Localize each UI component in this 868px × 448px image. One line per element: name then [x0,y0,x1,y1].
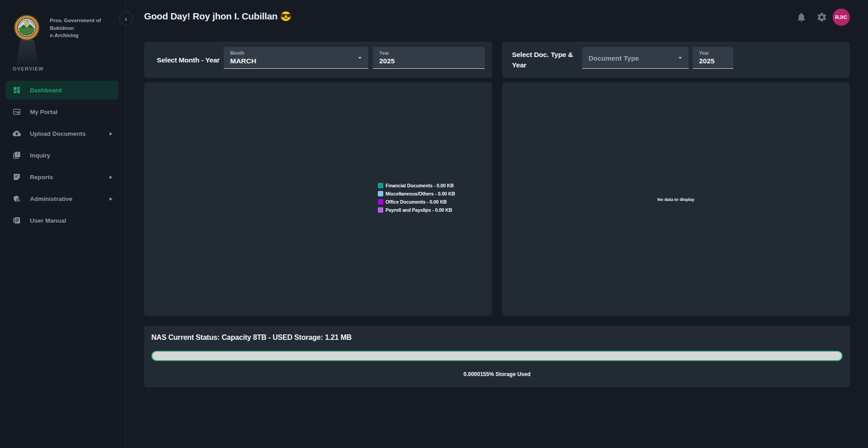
year-input[interactable]: Year 2025 [373,47,485,69]
book-icon [13,216,21,224]
month-year-filter-panel: Select Month - Year Month MARCH ▼ Year 2… [144,42,492,78]
light-beam-decoration [16,40,38,65]
no-data-message: No data to display [657,197,694,202]
nas-status-title: NAS Current Status: Capacity 8TB - USED … [151,334,352,342]
chevron-right-icon: ▸ [110,196,112,201]
sidebar-item-reports[interactable]: Reports ▸ [5,167,119,186]
document-type-select[interactable]: Document Type ▼ [582,47,689,69]
sidebar-collapse-button[interactable]: ‹ [119,12,133,25]
admin-shield-icon [13,195,21,203]
legend-swatch [378,199,383,205]
chevron-right-icon: ▸ [110,131,112,136]
legend-item-office[interactable]: Office Documents - 0.00 KB [378,199,455,205]
month-year-filter-title: Select Month - Year [157,42,220,78]
portal-window-icon [13,108,21,116]
sidebar: Prov. Government of Bukidnon e-Archiving… [0,0,126,448]
doc-type-filter-title: Select Doc. Type & Year [512,42,576,78]
legend-item-payroll[interactable]: Payroll and Payslips - 0.00 KB [378,207,455,213]
report-note-icon [13,173,21,181]
legend-swatch [378,207,383,213]
month-select[interactable]: Month MARCH ▼ [224,47,368,69]
user-avatar[interactable]: RJIC [833,9,850,26]
doc-type-filter-panel: Select Doc. Type & Year Document Type ▼ … [502,42,850,78]
cloud-upload-icon [13,129,21,138]
chevron-right-icon: ▸ [110,174,112,180]
chevron-down-icon: ▼ [358,56,362,60]
notification-bell-icon[interactable] [796,12,807,23]
org-name: Prov. Government of Bukidnon e-Archiving [50,17,101,39]
storage-percent-label: 0.0000155% Storage Used [144,371,850,377]
settings-gear-icon[interactable] [816,12,827,23]
legend-item-miscellaneous[interactable]: Miscellaneous/Others - 0.00 KB [378,191,455,196]
chart-legend: Financial Documents - 0.00 KB Miscellane… [378,183,455,215]
legend-item-financial[interactable]: Financial Documents - 0.00 KB [378,183,455,188]
sidebar-section-label: OVERVIEW [13,66,44,71]
legend-swatch [378,183,383,188]
sidebar-item-my-portal[interactable]: My Portal [5,102,119,121]
page-greeting: Good Day! Roy jhon I. Cubillan 😎 [144,11,292,22]
org-seal-logo [14,14,40,41]
nas-status-panel: NAS Current Status: Capacity 8TB - USED … [144,326,850,387]
doc-year-input[interactable]: Year 2025 [693,47,733,69]
document-question-icon [13,151,21,159]
legend-swatch [378,191,383,196]
dashboard-grid-icon [13,86,21,94]
storage-progress-bar [151,351,843,361]
sidebar-item-dashboard[interactable]: Dashboard [5,81,119,100]
sidebar-nav: Dashboard My Portal Upload Documents ▸ I… [5,81,119,233]
chevron-down-icon: ▼ [678,56,682,60]
sidebar-item-user-manual[interactable]: User Manual [5,211,119,230]
storage-pie-chart-panel: Financial Documents - 0.00 KB Miscellane… [144,82,492,316]
sidebar-item-upload-documents[interactable]: Upload Documents ▸ [5,124,119,143]
sidebar-item-inquiry[interactable]: Inquiry [5,146,119,165]
sidebar-item-administrative[interactable]: Administrative ▸ [5,189,119,208]
doc-type-chart-panel: No data to display [502,82,850,316]
